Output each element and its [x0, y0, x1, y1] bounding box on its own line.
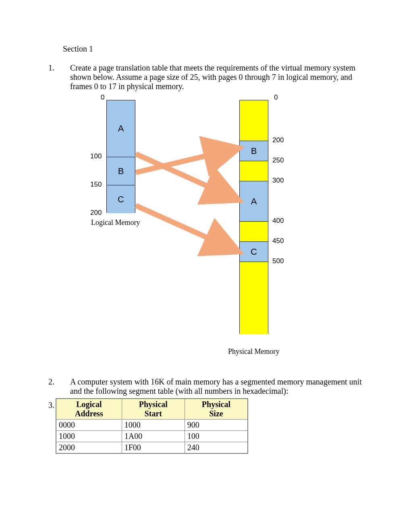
th-physical-start: PhysicalStart: [122, 399, 185, 420]
cell: 2000: [56, 442, 122, 454]
physical-tick-500: 500: [272, 257, 284, 265]
physical-caption: Physical Memory: [228, 347, 280, 356]
table-header-row: LogicalAddress PhysicalStart PhysicalSiz…: [56, 399, 248, 420]
q2-text: A computer system with 16K of main memor…: [70, 377, 363, 396]
logical-caption: Logical Memory: [91, 218, 140, 227]
table-row: 0000 1000 900: [56, 420, 248, 431]
cell: 240: [185, 442, 248, 454]
memory-diagram: A B C 0 100 150 200 Logical Memory B A C: [66, 93, 348, 375]
physical-tick-400: 400: [272, 217, 284, 225]
cell: 0000: [56, 420, 122, 431]
physical-tick-300: 300: [272, 177, 284, 185]
physical-tick-200: 200: [272, 136, 284, 144]
logical-seg-a: A: [107, 100, 135, 157]
cell: 1000: [56, 431, 122, 442]
table-row: 2000 1F00 240: [56, 442, 248, 454]
table-row: 1000 1A00 100: [56, 431, 248, 442]
question-1: 1. Create a page translation table that …: [48, 63, 363, 375]
logical-memory-column: A B C: [106, 100, 135, 213]
logical-tick-0: 0: [101, 94, 104, 102]
q3-number: 3.: [48, 398, 56, 410]
cell: 900: [185, 420, 248, 431]
segment-table: LogicalAddress PhysicalStart PhysicalSiz…: [56, 398, 248, 454]
section-heading: Section 1: [63, 44, 363, 54]
cell: 100: [185, 431, 248, 442]
physical-seg-400: [240, 221, 268, 241]
physical-seg-a: A: [240, 181, 268, 221]
physical-tick-250: 250: [272, 156, 284, 164]
physical-seg-250: [240, 161, 268, 181]
th-physical-size: PhysicalSize: [185, 399, 248, 420]
q1-text: Create a page translation table that mee…: [70, 63, 363, 91]
svg-line-1: [136, 149, 235, 172]
cell: 1F00: [122, 442, 185, 454]
logical-tick-100: 100: [90, 152, 102, 160]
physical-memory-column: B A C: [239, 100, 268, 334]
physical-seg-b: B: [240, 141, 268, 161]
physical-seg-c: C: [240, 241, 268, 262]
logical-seg-b: B: [107, 157, 135, 185]
th-logical-address: LogicalAddress: [56, 399, 122, 420]
question-2: 2. A computer system with 16K of main me…: [48, 377, 363, 396]
physical-seg-500: [240, 262, 268, 334]
physical-tick-0: 0: [274, 94, 278, 102]
physical-seg-0: [240, 100, 268, 141]
svg-line-0: [136, 154, 235, 198]
segment-table-row: 3. LogicalAddress PhysicalStart Physical…: [48, 398, 363, 454]
svg-line-2: [136, 206, 235, 250]
cell: 1000: [122, 420, 185, 431]
logical-seg-c: C: [107, 185, 135, 213]
cell: 1A00: [122, 431, 185, 442]
q2-number: 2.: [48, 377, 70, 396]
physical-tick-450: 450: [272, 237, 284, 245]
logical-tick-150: 150: [90, 181, 102, 189]
logical-tick-200: 200: [90, 209, 102, 217]
